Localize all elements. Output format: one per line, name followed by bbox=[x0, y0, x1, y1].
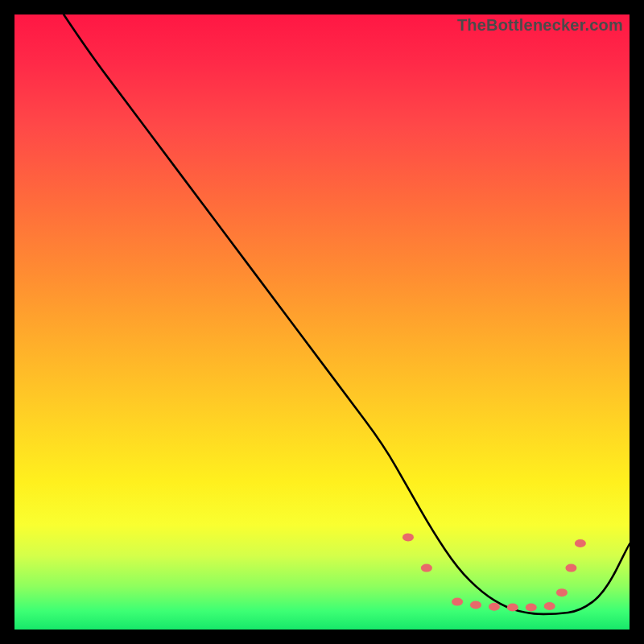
curve-marker bbox=[489, 603, 500, 611]
curve-marker bbox=[452, 598, 463, 606]
curve-marker bbox=[507, 603, 518, 611]
curve-marker bbox=[575, 539, 586, 547]
curve-marker bbox=[402, 533, 414, 541]
chart-frame: TheBottlenecker.com bbox=[14, 14, 630, 630]
curve-marker bbox=[470, 601, 481, 609]
chart-svg bbox=[14, 14, 630, 630]
curve-marker bbox=[544, 602, 555, 610]
watermark-label: TheBottlenecker.com bbox=[457, 16, 623, 35]
curve-marker bbox=[565, 564, 576, 572]
curve-marker bbox=[421, 564, 432, 572]
curve-marker bbox=[526, 603, 537, 611]
curve-marker bbox=[556, 588, 568, 597]
curve-line bbox=[64, 14, 630, 614]
